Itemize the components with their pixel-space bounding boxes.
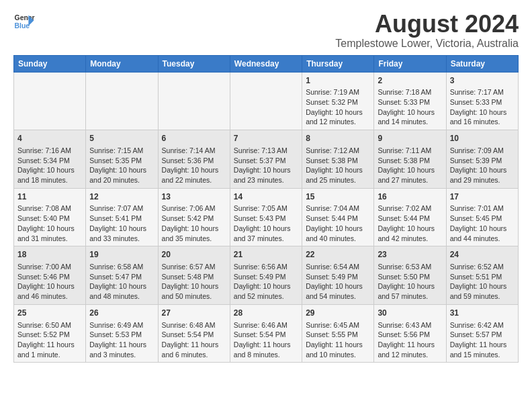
day-info: Daylight: 10 hours [89,224,154,234]
day-info: Sunset: 5:33 PM [378,97,442,107]
calendar-cell: 22Sunrise: 6:54 AMSunset: 5:49 PMDayligh… [302,246,374,305]
day-info: and 29 minutes. [450,175,515,185]
day-info: Daylight: 10 hours [450,281,515,291]
day-info: and 20 minutes. [89,175,154,185]
calendar-cell: 2Sunrise: 7:18 AMSunset: 5:33 PMDaylight… [374,72,446,130]
day-info: Sunset: 5:36 PM [162,156,226,166]
day-number: 25 [17,308,82,319]
day-info: Sunrise: 6:56 AM [234,262,298,272]
day-info: Sunrise: 7:02 AM [378,203,442,214]
day-info: Sunrise: 7:05 AM [234,203,298,214]
logo-icon: General Blue [13,11,35,32]
day-info: and 48 minutes. [89,291,154,302]
calendar-week-5: 25Sunrise: 6:50 AMSunset: 5:52 PMDayligh… [14,304,519,363]
day-info: Daylight: 10 hours [89,281,154,291]
calendar-cell: 7Sunrise: 7:13 AMSunset: 5:37 PMDaylight… [230,130,302,189]
day-info: Sunset: 5:35 PM [89,156,154,166]
day-number: 24 [450,249,515,261]
day-info: Sunset: 5:40 PM [17,214,82,224]
calendar-cell: 20Sunrise: 6:57 AMSunset: 5:48 PMDayligh… [158,246,230,305]
day-info: Sunrise: 7:04 AM [306,203,370,214]
calendar-body: 1Sunrise: 7:19 AMSunset: 5:32 PMDaylight… [14,72,519,363]
calendar-table: Sunday Monday Tuesday Wednesday Thursday… [13,55,519,363]
day-info: and 14 minutes. [378,117,442,127]
day-info: Sunrise: 7:08 AM [17,203,82,214]
day-number: 20 [162,249,226,261]
page-header: General Blue August 2024 Templestowe Low… [13,11,519,50]
day-info: Sunset: 5:32 PM [306,97,370,107]
day-info: and 52 minutes. [234,291,298,302]
calendar-cell [86,72,158,130]
day-info: and 10 minutes. [306,350,370,360]
calendar-cell [230,72,302,130]
day-number: 1 [306,75,370,87]
day-info: Sunrise: 7:09 AM [450,146,515,156]
day-info: Sunset: 5:41 PM [89,214,154,224]
header-row: Sunday Monday Tuesday Wednesday Thursday… [14,55,519,72]
day-info: Sunset: 5:54 PM [162,330,226,340]
day-info: Sunset: 5:55 PM [306,330,370,340]
day-info: and 54 minutes. [306,291,370,302]
day-info: Sunrise: 6:50 AM [17,320,82,330]
day-info: Daylight: 10 hours [450,224,515,234]
calendar-cell: 12Sunrise: 7:07 AMSunset: 5:41 PMDayligh… [86,188,158,246]
calendar-cell: 5Sunrise: 7:15 AMSunset: 5:35 PMDaylight… [86,130,158,189]
day-info: Sunset: 5:56 PM [378,330,442,340]
day-info: Daylight: 10 hours [378,107,442,118]
day-number: 16 [378,191,442,203]
calendar-week-1: 1Sunrise: 7:19 AMSunset: 5:32 PMDaylight… [14,72,519,130]
day-number: 12 [89,191,154,203]
col-friday: Friday [374,55,446,72]
calendar-cell: 11Sunrise: 7:08 AMSunset: 5:40 PMDayligh… [14,188,86,246]
day-info: Sunset: 5:57 PM [450,330,515,340]
day-number: 28 [234,308,298,319]
day-info: Sunset: 5:44 PM [306,214,370,224]
day-info: and 57 minutes. [378,291,442,302]
calendar-cell: 10Sunrise: 7:09 AMSunset: 5:39 PMDayligh… [446,130,518,189]
day-info: Sunset: 5:46 PM [17,272,82,282]
day-info: Daylight: 10 hours [89,165,154,175]
day-info: Daylight: 10 hours [306,281,370,291]
calendar-cell: 28Sunrise: 6:46 AMSunset: 5:54 PMDayligh… [230,304,302,363]
day-info: and 35 minutes. [162,234,226,244]
day-info: Sunset: 5:49 PM [234,272,298,282]
day-info: Daylight: 11 hours [450,340,515,350]
day-number: 26 [89,308,154,319]
day-info: Sunset: 5:38 PM [306,156,370,166]
day-number: 10 [450,133,515,144]
day-info: Sunset: 5:54 PM [234,330,298,340]
day-info: Sunrise: 6:48 AM [162,320,226,330]
calendar-cell: 16Sunrise: 7:02 AMSunset: 5:44 PMDayligh… [374,188,446,246]
day-info: Sunrise: 6:54 AM [306,262,370,272]
calendar-cell: 31Sunrise: 6:42 AMSunset: 5:57 PMDayligh… [446,304,518,363]
day-info: and 3 minutes. [89,350,154,360]
col-wednesday: Wednesday [230,55,302,72]
day-info: Daylight: 10 hours [234,165,298,175]
day-info: and 6 minutes. [162,350,226,360]
day-number: 15 [306,191,370,203]
calendar-cell: 26Sunrise: 6:49 AMSunset: 5:53 PMDayligh… [86,304,158,363]
day-number: 5 [89,133,154,144]
col-saturday: Saturday [446,55,518,72]
day-number: 22 [306,249,370,261]
calendar-subtitle: Templestowe Lower, Victoria, Australia [335,38,519,50]
day-info: Sunset: 5:52 PM [17,330,82,340]
day-info: Sunrise: 6:53 AM [378,262,442,272]
day-number: 4 [17,133,82,144]
calendar-cell: 9Sunrise: 7:11 AMSunset: 5:38 PMDaylight… [374,130,446,189]
calendar-cell: 1Sunrise: 7:19 AMSunset: 5:32 PMDaylight… [302,72,374,130]
day-info: Sunset: 5:43 PM [234,214,298,224]
day-number: 27 [162,308,226,319]
day-info: Sunset: 5:48 PM [162,272,226,282]
day-info: Sunset: 5:44 PM [378,214,442,224]
calendar-cell: 3Sunrise: 7:17 AMSunset: 5:33 PMDaylight… [446,72,518,130]
calendar-week-3: 11Sunrise: 7:08 AMSunset: 5:40 PMDayligh… [14,188,519,246]
day-info: Sunrise: 7:19 AM [306,87,370,97]
col-monday: Monday [86,55,158,72]
day-number: 7 [234,133,298,144]
day-number: 23 [378,249,442,261]
day-number: 3 [450,75,515,87]
day-info: Sunrise: 6:42 AM [450,320,515,330]
day-info: Daylight: 10 hours [378,165,442,175]
day-info: and 12 minutes. [306,117,370,127]
